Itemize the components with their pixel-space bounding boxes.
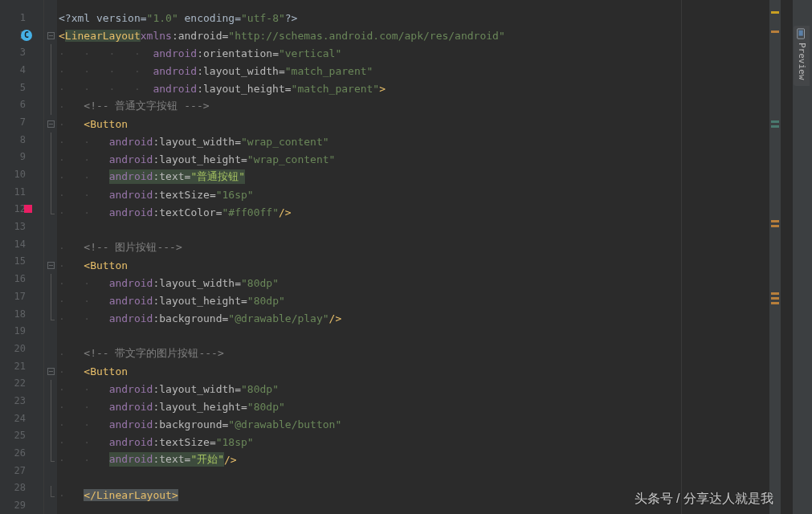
preview-icon [796, 28, 807, 39]
line-num: 8 [20, 134, 43, 145]
line-num: 9 [20, 151, 43, 162]
code-line: · · · · android:orientation="vertical" [57, 44, 769, 62]
code-line: · <Button [57, 256, 769, 274]
line-num: 22 [14, 377, 43, 389]
line-num: 6 [20, 99, 43, 110]
line-num: 16 [14, 273, 43, 284]
warning-marker[interactable] [771, 297, 779, 300]
code-line: · · android:textSize="16sp" [57, 186, 769, 203]
preview-tab[interactable]: Preview [794, 26, 810, 86]
fold-toggle-icon[interactable] [47, 120, 55, 128]
watermark-text: 头条号 / 分享达人就是我 [635, 491, 773, 508]
code-line [57, 327, 769, 345]
line-num: 4 [20, 64, 43, 75]
svg-rect-1 [799, 31, 803, 36]
line-num: 14 [14, 239, 43, 250]
warning-marker[interactable] [771, 220, 779, 222]
code-line: · · android:background="@drawable/play" … [57, 309, 769, 327]
code-line: · · android:layout_height="80dp" [57, 292, 769, 309]
code-line: · <Button [57, 115, 769, 133]
line-num: 28 [14, 482, 43, 493]
line-num: 1 [20, 12, 43, 23]
warning-marker[interactable] [771, 31, 779, 33]
warning-marker[interactable] [771, 225, 779, 227]
line-number-gutter: 1 2C 3 4 5 6 7 8 9 10 11 12 13 14 15 16 … [0, 0, 44, 514]
line-num: 15 [14, 255, 43, 267]
code-line [57, 468, 769, 486]
line-num: 25 [14, 430, 43, 441]
code-line: · · android:textSize="18sp" [57, 433, 769, 451]
code-line: <LinearLayout xmlns:android="http://sche… [57, 27, 769, 44]
vertical-scrollbar[interactable] [769, 0, 781, 514]
fold-toggle-icon[interactable] [47, 368, 55, 375]
code-line: · <Button [57, 362, 769, 380]
warning-marker[interactable] [771, 292, 779, 295]
line-num: 3 [20, 47, 43, 58]
editor-area: 1 2C 3 4 5 6 7 8 9 10 11 12 13 14 15 16 … [0, 0, 781, 514]
fold-toggle-icon[interactable] [47, 262, 55, 269]
code-line: · · · · android:layout_height="match_par… [57, 80, 769, 97]
code-line: · · android:layout_width="80dp" [57, 380, 769, 398]
line-num: 27 [14, 465, 43, 476]
line-num: 11 [14, 186, 43, 198]
line-num: 13 [14, 221, 43, 232]
line-num: 29 [14, 500, 43, 511]
code-line: · <!-- 普通文字按钮 ---> [57, 97, 769, 115]
code-line: · · android:layout_height="wrap_content" [57, 150, 769, 168]
code-line: · · android:layout_height="80dp" [57, 398, 769, 415]
code-line: · <!-- 带文字的图片按钮---> [57, 345, 769, 362]
line-num: 7 [20, 116, 43, 128]
warning-marker[interactable] [771, 11, 779, 14]
preview-label: Preview [797, 43, 807, 80]
code-line: <?xml version="1.0" encoding="utf-8"?> [57, 9, 769, 27]
line-num: 17 [14, 291, 43, 302]
code-line [57, 221, 769, 239]
right-margin-line [681, 0, 682, 514]
code-line: · · android:layout_width="80dp" [57, 274, 769, 292]
code-line: · <!-- 图片按钮---> [57, 239, 769, 256]
side-tool-panel: Preview [792, 0, 812, 514]
info-marker[interactable] [771, 125, 779, 128]
line-num: 19 [14, 325, 43, 337]
fold-toggle-icon[interactable] [47, 32, 55, 39]
line-num: 20 [14, 343, 43, 354]
line-num: 18 [14, 308, 43, 320]
line-num: 24 [14, 413, 43, 424]
warning-marker[interactable] [771, 302, 779, 304]
fold-column [44, 0, 57, 514]
code-line: · · android:background="@drawable/button… [57, 415, 769, 433]
info-marker[interactable] [771, 120, 779, 123]
code-editor[interactable]: <?xml version="1.0" encoding="utf-8"?> <… [57, 0, 769, 514]
line-num: 5 [20, 82, 43, 93]
code-line: · · android:text="开始"/> [57, 451, 769, 468]
code-line: · · · · android:layout_width="match_pare… [57, 62, 769, 80]
code-line: · · android:textColor="#ff00ff"/> [57, 203, 769, 221]
line-num: 26 [14, 447, 43, 459]
line-num: 10 [14, 169, 43, 180]
color-swatch-icon[interactable] [24, 205, 32, 213]
line-num: 23 [14, 395, 43, 406]
class-icon[interactable]: C [21, 30, 32, 41]
code-line: · · android:text="普通按钮" [57, 168, 769, 186]
line-num: 21 [14, 361, 43, 372]
code-line: · · android:layout_width="wrap_content" [57, 133, 769, 150]
